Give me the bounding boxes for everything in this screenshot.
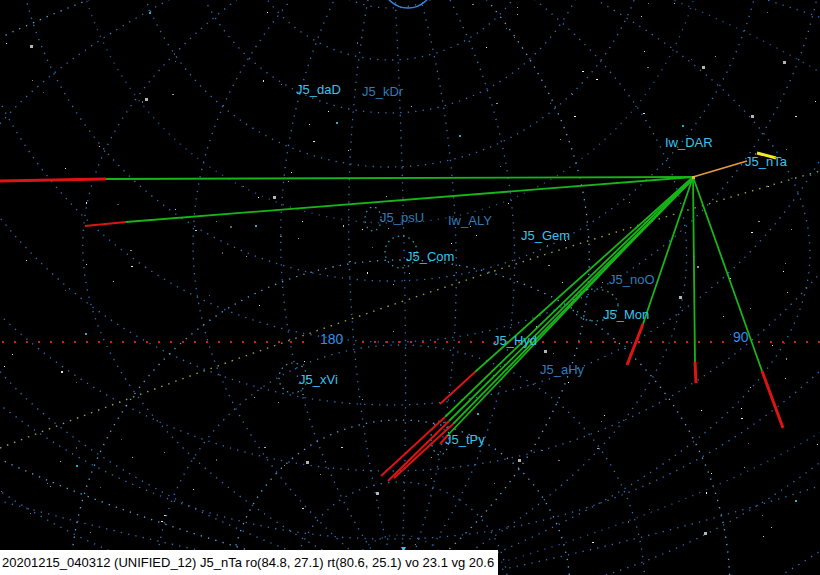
sky-map-canvas [0, 0, 820, 575]
azimuth-label-90: 90 [733, 331, 749, 344]
azimuth-label-180: 180 [320, 333, 343, 346]
graticule [0, 0, 820, 575]
shower-label-J5_Mon: J5_Mon [603, 308, 649, 321]
shower-label-J5_aHy: J5_aHy [540, 363, 584, 376]
shower-label-Iw_DAR: Iw_DAR [665, 136, 713, 149]
horizon-line [2, 341, 820, 343]
shower-label-J5_Com: J5_Com [406, 250, 454, 263]
shower-label-J5_psU: J5_psU [380, 211, 424, 224]
shower-label-J5_Gem: J5_Gem [521, 229, 570, 242]
sky-map-viewport[interactable]: J5_daDJ5_kDrIw_DARJ5_nTaJ5_psUIw_ALYJ5_G… [0, 0, 820, 575]
radiant-rays [0, 153, 783, 481]
status-bar: 20201215_040312 (UNIFIED_12) J5_nTa ro(8… [0, 550, 498, 575]
shower-label-J5_noO: J5_noO [609, 273, 655, 286]
status-text: 20201215_040312 (UNIFIED_12) J5_nTa ro(8… [0, 555, 494, 570]
shower-label-J5_nTa: J5_nTa [745, 155, 787, 168]
radiant-point [692, 176, 695, 179]
shower-label-J5_xVi: J5_xVi [299, 373, 338, 386]
shower-label-J5_daD: J5_daD [296, 83, 341, 96]
shower-label-J5_Hyd: J5_Hyd [493, 334, 537, 347]
selected-trail-orange-line [693, 161, 747, 177]
shower-label-J5_kDr: J5_kDr [362, 85, 403, 98]
shower-label-Iw_ALY: Iw_ALY [448, 214, 492, 227]
shower-label-J5_tPy: J5_tPy [445, 433, 485, 446]
